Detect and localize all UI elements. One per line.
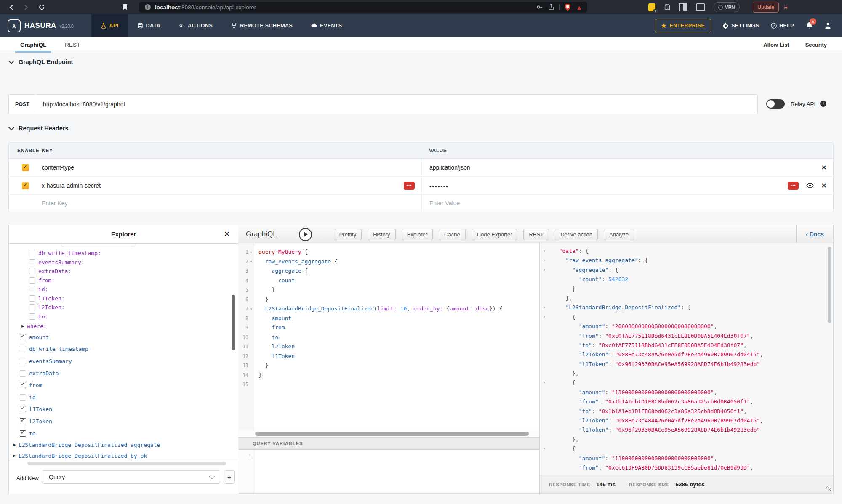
execute-query-button[interactable] <box>299 228 312 241</box>
explorer-item-l1Token[interactable]: l1Token: <box>9 294 238 303</box>
password-manager-icon[interactable]: ••• <box>788 182 799 190</box>
password-manager-icon[interactable]: ••• <box>404 182 415 190</box>
explorer-item-eventsSummary[interactable]: eventsSummary <box>9 355 238 367</box>
explorer-item-from[interactable]: from: <box>9 276 238 285</box>
explorer-item-id[interactable]: id: <box>9 285 238 294</box>
toolbar-button-rest[interactable]: REST <box>523 229 549 240</box>
enterprise-button[interactable]: ★ ENTERPRISE <box>655 19 711 32</box>
explorer-item-db_write_timestamp[interactable]: db_write_timestamp <box>9 343 238 355</box>
profile-button[interactable] <box>825 22 831 29</box>
add-operation-button[interactable]: + <box>224 470 235 484</box>
query-variables-header[interactable]: QUERY VARIABLES <box>238 437 539 450</box>
toolbar-button-derive-action[interactable]: Derive action <box>555 229 598 240</box>
forward-icon[interactable] <box>21 3 30 12</box>
toolbar-button-code-exporter[interactable]: Code Exporter <box>472 229 518 240</box>
back-icon[interactable] <box>7 3 16 12</box>
browser-update-button[interactable]: Update <box>753 2 779 13</box>
warning-triangle-icon[interactable]: ▲ <box>576 4 582 11</box>
field-checkbox[interactable] <box>20 346 26 352</box>
browser-menu-icon[interactable]: ≡ <box>784 3 788 11</box>
graphql-endpoint-section[interactable]: GraphQL Endpoint <box>9 58 73 65</box>
nav-item-remote-schemas[interactable]: REMOTE SCHEMAS <box>222 14 302 37</box>
explorer-item-id[interactable]: id <box>9 391 238 403</box>
explorer-item-l1Token[interactable]: l1Token <box>9 403 238 416</box>
explorer-scrollbar[interactable] <box>232 295 235 350</box>
remove-header-icon[interactable]: ✕ <box>821 164 826 171</box>
field-checkbox[interactable] <box>20 334 26 340</box>
allow-list-link[interactable]: Allow List <box>763 42 789 48</box>
header-key[interactable]: x-hasura-admin-secret <box>42 182 101 189</box>
notifications-button[interactable]: 8 <box>806 22 813 29</box>
vpn-button[interactable]: VPN <box>714 2 740 12</box>
response-scrollbar[interactable] <box>828 247 831 323</box>
relay-api-toggle[interactable] <box>766 99 785 109</box>
enable-checkbox[interactable] <box>22 182 29 189</box>
fold-arrow-icon[interactable]: ▾ <box>543 444 545 454</box>
query-editor[interactable]: 1▾2▾34567▾89101112131415 query MyQuery {… <box>238 243 539 430</box>
explorer-item-from[interactable]: from <box>9 379 238 391</box>
fold-arrow-icon[interactable]: ▾ <box>543 265 545 275</box>
fold-arrow-icon[interactable]: ▾ <box>543 378 545 387</box>
share-icon[interactable] <box>548 4 554 11</box>
toolbar-button-prettify[interactable]: Prettify <box>334 229 362 240</box>
url-bar[interactable]: i localhost:8080/console/api/api-explore… <box>139 2 587 13</box>
explorer-item-where[interactable]: ▶where: <box>9 321 238 331</box>
nav-item-events[interactable]: EVENTS <box>302 14 351 37</box>
toolbar-button-explorer[interactable]: Explorer <box>402 229 433 240</box>
explorer-horizontal-scrollbar[interactable] <box>27 462 226 465</box>
nav-item-api[interactable]: API <box>91 14 128 37</box>
field-checkbox[interactable] <box>29 295 35 302</box>
explorer-item-amount[interactable]: amount <box>9 331 238 343</box>
field-checkbox[interactable] <box>20 406 26 412</box>
explorer-item-db_write_timestamp[interactable]: db_write_timestamp: <box>9 249 238 258</box>
field-checkbox[interactable] <box>29 268 35 274</box>
explorer-item-eventsSummary[interactable]: eventsSummary: <box>9 258 238 267</box>
reload-icon[interactable] <box>37 3 46 12</box>
explorer-close-icon[interactable]: ✕ <box>224 230 230 239</box>
field-checkbox[interactable] <box>29 250 35 256</box>
explorer-item-l2Token[interactable]: l2Token <box>9 415 238 427</box>
toolbar-button-cache[interactable]: Cache <box>439 229 466 240</box>
wallet-extension-icon[interactable] <box>696 3 705 11</box>
field-checkbox[interactable] <box>29 286 35 292</box>
fold-arrow-icon[interactable]: ▾ <box>543 256 545 265</box>
new-key-input[interactable]: Enter Key <box>42 200 67 207</box>
header-value-masked[interactable]: ••••••• <box>429 183 449 189</box>
bookmark-icon[interactable] <box>120 3 130 12</box>
hasura-logo[interactable]: λ <box>8 19 21 32</box>
toolbar-button-analyze[interactable]: Analyze <box>604 229 634 240</box>
toolbar-button-history[interactable]: History <box>368 229 395 240</box>
field-checkbox[interactable] <box>29 259 35 265</box>
endpoint-url-input[interactable]: http://localhost:8080/v1/graphql <box>36 95 757 114</box>
expand-arrow-icon[interactable]: ▶ <box>13 454 16 458</box>
security-link[interactable]: Security <box>805 42 827 48</box>
fold-arrow-icon[interactable]: ▾ <box>543 303 545 312</box>
field-checkbox[interactable] <box>20 370 26 377</box>
nav-item-data[interactable]: DATA <box>128 14 170 37</box>
docs-button[interactable]: ‹ Docs <box>796 225 833 243</box>
ghost-extension-icon[interactable] <box>664 4 671 11</box>
reveal-eye-icon[interactable] <box>806 183 814 188</box>
field-checkbox[interactable] <box>20 382 26 388</box>
field-checkbox[interactable] <box>29 313 35 320</box>
tab-rest[interactable]: REST <box>56 37 89 53</box>
site-info-icon[interactable]: i <box>145 4 151 10</box>
explorer-item-to[interactable]: to <box>9 427 238 440</box>
explorer-item-L2StandardBridge_DepositFinalized_by_pk[interactable]: ▶L2StandardBridge_DepositFinalized_by_pk <box>9 450 238 460</box>
resize-handle[interactable] <box>826 486 831 491</box>
explorer-item-L2StandardBridge_DepositFinalized_aggregate[interactable]: ▶L2StandardBridge_DepositFinalized_aggre… <box>9 439 238 450</box>
nav-item-actions[interactable]: ACTIONS <box>170 14 222 37</box>
sidebar-extension-icon[interactable] <box>679 3 687 11</box>
fold-arrow-icon[interactable]: ▾ <box>543 313 545 322</box>
header-value[interactable]: application/json <box>429 164 470 171</box>
help-button[interactable]: ? HELP <box>771 23 794 29</box>
editor-horizontal-scrollbar[interactable] <box>238 430 539 437</box>
enable-checkbox[interactable] <box>22 164 29 171</box>
field-checkbox[interactable] <box>20 418 26 424</box>
header-key[interactable]: content-type <box>42 164 74 171</box>
remove-header-icon[interactable]: ✕ <box>821 182 826 189</box>
scrollbar-thumb[interactable] <box>255 432 529 436</box>
explorer-item-extraData[interactable]: extraData: <box>9 267 238 276</box>
field-checkbox[interactable] <box>20 394 26 401</box>
explorer-item-to[interactable]: to: <box>9 312 238 321</box>
